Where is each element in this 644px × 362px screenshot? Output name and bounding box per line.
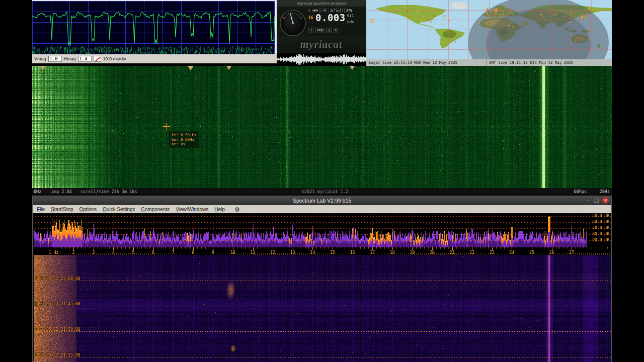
frequency-tick-label: 3: [92, 250, 95, 255]
status-freq-left: 0Hz: [34, 189, 41, 194]
frequency-marker[interactable]: [188, 66, 194, 70]
menu-circle-button[interactable]: [235, 207, 239, 212]
frequency-tick-label: 20: [430, 250, 435, 255]
frequency-tick-label: 19: [410, 250, 415, 255]
vmag-label: Vmag: [34, 56, 46, 61]
frequency-tick-label: 18: [390, 250, 395, 255]
menu-bar: FileStart/StopOptionsQuick SettingsCompo…: [33, 205, 611, 213]
menu-file[interactable]: File: [34, 207, 48, 212]
status-bar: 0Hz amp 2.04 scroll/time 23h 3m 10s ©202…: [32, 188, 612, 195]
analyzer-window: myriacat spectrum analyzer R +64 L+R def…: [277, 0, 366, 66]
cep-button[interactable]: cep: [315, 28, 325, 33]
db-label: -90.0 dB: [579, 238, 609, 242]
status-freq-right: 28Hz: [600, 189, 610, 194]
frequency-tick-label: 22: [469, 250, 474, 255]
oscilloscope-screen: [32, 0, 277, 54]
spectrum-canvas[interactable]: [34, 214, 611, 247]
frequency-tick-label: 15: [330, 250, 335, 255]
note-button-1[interactable]: ♪: [308, 28, 313, 33]
hmag-label: Hmag: [64, 56, 76, 61]
menu-quick-settings[interactable]: Quick Settings: [100, 207, 138, 212]
frequency-tick-label: 13: [290, 250, 295, 255]
frequency-fraction: 911: [347, 14, 354, 18]
menu-components[interactable]: Components: [138, 207, 173, 212]
db-label: -80.0 dB: [579, 232, 609, 236]
gmt-time-label: GMT time 19:11:13 UTC Mon 12 May 2025: [487, 59, 612, 66]
waterfall-panel: fc: 8.58 Hz bw: 0.00Hz Δt: 0s: [32, 66, 612, 188]
timebase-label: 10.0 ms/div: [103, 56, 126, 61]
status-scroll-time: scroll/time 23h 3m 10s: [80, 189, 137, 194]
band-readout: 16: [308, 16, 313, 20]
frequency-tick-label: 10: [230, 250, 235, 255]
timestamp-label: 2025-05-12 21:30:00: [34, 327, 80, 332]
tooltip-fc: fc: 8.58 Hz: [172, 133, 197, 137]
timestamp-label: 2025-05-12 21:15:00: [34, 353, 80, 357]
myriacat-logo: myriacat: [277, 36, 366, 52]
frequency-tick-label: 16: [350, 250, 355, 255]
vmag-input[interactable]: 1.0: [48, 56, 62, 62]
time-bar: Legal time 22:11:13 MSK Mon 12 May 2025 …: [366, 59, 612, 66]
audio-scope-canvas: [277, 53, 366, 66]
frequency-marker[interactable]: [40, 66, 45, 70]
menu-help[interactable]: Help: [211, 207, 228, 212]
frequency-tick-label: 6: [152, 250, 154, 255]
status-copyright: ©2021 myriacat 1.2: [302, 189, 348, 194]
frequency-display: 0.003: [315, 12, 346, 23]
timestamp-label: 2025-05-12 22:00:00: [34, 277, 80, 281]
close-button[interactable]: ✕: [602, 197, 609, 204]
db-label: -70.0 dB: [579, 226, 609, 230]
cursor-tooltip: fc: 8.58 Hz bw: 0.00Hz Δt: 0s: [169, 131, 199, 148]
analyzer-title: myriacat spectrum analyzer: [277, 0, 366, 7]
rate-readout: 275: [346, 9, 352, 13]
window-buttons: – □ ✕: [584, 197, 609, 204]
maximize-button[interactable]: □: [593, 197, 600, 204]
note-button-2[interactable]: ♫: [326, 28, 332, 33]
scope-control-bar: Vmag 1.0 Hmag 1.4 10.0 ms/div: [32, 54, 277, 63]
analyzer-button-row: ♪ cep ♫ ℹ: [308, 28, 338, 33]
map-panel: Legal time 22:11:13 MSK Mon 12 May 2025 …: [366, 0, 612, 66]
frequency-marker[interactable]: [226, 66, 231, 70]
hmag-input[interactable]: 1.4: [78, 56, 92, 62]
db-label: -60.0 dB: [579, 220, 609, 224]
frequency-unit: kHz: [347, 20, 354, 24]
frequency-tick-label: 17: [370, 250, 375, 255]
frequency-tick-label: 9: [212, 250, 214, 255]
frequency-tick-label: 4: [112, 250, 115, 255]
tooltip-dt: Δt: 0s: [172, 142, 197, 146]
info-button[interactable]: ℹ: [334, 28, 338, 33]
cursor-mode-icon[interactable]: [94, 56, 101, 62]
frequency-tick-label: 5: [132, 250, 135, 255]
lab-waterfall-canvas[interactable]: [34, 255, 611, 362]
frequency-tick-label: 1 Hz: [49, 250, 58, 255]
window-title: Spectrum Lab V2.99 b15: [293, 198, 351, 204]
frequency-ruler-canvas: [34, 247, 611, 255]
frequency-tick-label: 21: [450, 250, 455, 255]
waterfall-canvas[interactable]: [32, 66, 612, 188]
frequency-tick-label: 23: [490, 250, 495, 255]
frequency-tick-label: 24: [510, 250, 515, 255]
level-gauge: [278, 8, 307, 37]
frequency-tick-label: 2: [72, 250, 75, 255]
db-label: -50.0 dB: [579, 214, 609, 218]
desktop: Vmag 1.0 Hmag 1.4 10.0 ms/div myriacat s…: [0, 0, 644, 362]
frequency-tick-label: 8: [192, 250, 194, 255]
frequency-tick-label: 26: [549, 250, 554, 255]
window-titlebar[interactable]: Spectrum Lab V2.99 b15: [33, 196, 611, 205]
frequency-tick-label: 12: [270, 250, 275, 255]
menu-start-stop[interactable]: Start/Stop: [48, 207, 76, 212]
crosshair: [166, 123, 167, 130]
oscilloscope-panel: Vmag 1.0 Hmag 1.4 10.0 ms/div: [32, 0, 277, 63]
frequency-tick-label: 25: [529, 250, 534, 255]
world-map-canvas[interactable]: [366, 0, 612, 59]
legal-time-label: Legal time 22:11:13 MSK Mon 12 May 2025: [366, 59, 487, 66]
minimize-button[interactable]: –: [584, 197, 591, 204]
frequency-marker[interactable]: [350, 66, 355, 70]
frequency-tick-label: 11: [251, 250, 256, 255]
menu-items: FileStart/StopOptionsQuick SettingsCompo…: [34, 207, 228, 212]
frequency-tick-label: 7: [172, 250, 175, 255]
frequency-tick-label: 14: [310, 250, 315, 255]
spectrumlab-window: Spectrum Lab V2.99 b15 – □ ✕ FileStart/S…: [32, 196, 612, 362]
menu-options[interactable]: Options: [76, 207, 100, 212]
status-fps: 60Fps: [574, 189, 587, 194]
menu-view-windows[interactable]: View/Windows: [173, 207, 211, 212]
